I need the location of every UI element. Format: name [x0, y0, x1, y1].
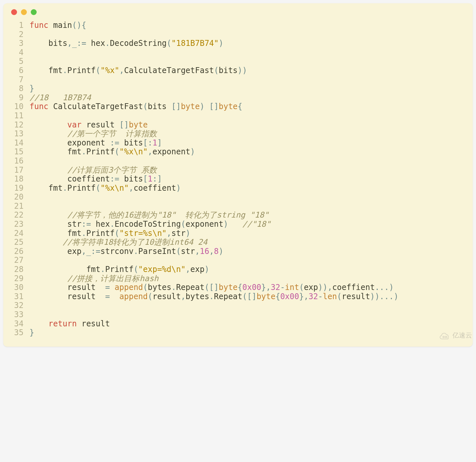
token-sl: ,: [129, 183, 133, 193]
token-ty: append: [119, 292, 148, 301]
token-kw: func: [29, 102, 48, 111]
code-card: 1func main(){2 3 bits,_:= hex.DecodeStri…: [3, 3, 473, 347]
code-line: [29, 30, 467, 39]
token-plain: [29, 292, 67, 301]
line-number: 34: [9, 319, 24, 329]
line-number: 32: [9, 301, 24, 310]
token-sl: ): [205, 265, 209, 274]
code-line: }: [29, 328, 467, 337]
token-id: fmt: [86, 265, 100, 274]
token-sl: (: [167, 39, 171, 48]
token-sl: :=: [110, 174, 119, 183]
code-line: [29, 48, 467, 57]
token-plain: [29, 220, 67, 229]
token-sl: ...): [375, 283, 394, 292]
token-sl: =: [105, 283, 110, 292]
token-id: hex: [86, 39, 105, 48]
token-sl: ,: [209, 247, 214, 256]
maximize-icon[interactable]: [31, 9, 37, 15]
token-sl: .: [172, 283, 176, 292]
line-number: 17: [9, 166, 24, 175]
token-sl: (: [176, 247, 181, 256]
token-id: result: [82, 120, 119, 129]
code-line: //将字符串18转化为了10进制int64 24: [29, 238, 467, 247]
line-number: 22: [9, 211, 24, 220]
token-sl: (: [72, 21, 77, 30]
token-num: 0x00: [280, 292, 299, 301]
code-block: 1func main(){2 3 bits,_:= hex.DecodeStri…: [9, 20, 467, 337]
token-plain: [29, 319, 48, 328]
token-sl: .: [63, 66, 67, 75]
token-id: coeffient: [332, 283, 375, 292]
token-str: "181B7B74": [171, 39, 219, 48]
token-sl: (: [115, 229, 119, 238]
token-sl: []: [119, 120, 129, 129]
code-line: [29, 202, 467, 211]
token-num: 1: [153, 138, 157, 147]
token-sl: {: [238, 102, 242, 111]
line-number: 26: [9, 247, 24, 256]
token-kw: return: [48, 319, 77, 328]
line-number: 6: [9, 66, 24, 75]
token-id: result: [77, 319, 110, 328]
token-id: bits: [219, 66, 238, 75]
line-number: 12: [9, 121, 24, 130]
token-id: Repeat: [176, 283, 205, 292]
token-ty: int: [285, 283, 299, 292]
token-plain: [29, 265, 86, 274]
token-id: exponent: [67, 138, 110, 147]
token-sl: []: [171, 102, 181, 111]
token-sl: .: [209, 292, 214, 301]
code-line: [29, 75, 467, 85]
token-ty: byte: [129, 120, 148, 129]
line-number: 8: [9, 84, 24, 93]
token-str: "str=%s\n": [119, 229, 167, 238]
token-id: main: [48, 21, 72, 30]
code-line: exp,_:=strconv.ParseInt(str,16,8): [29, 247, 467, 256]
close-icon[interactable]: [11, 9, 17, 15]
token-sl: ,_:=: [67, 39, 86, 48]
token-sl: ): [219, 247, 223, 256]
token-sl: (: [181, 220, 185, 229]
line-number: 20: [9, 193, 24, 202]
code-line: bits,_:= hex.DecodeString("181B7B74"): [29, 39, 467, 48]
token-id: DecodeString: [110, 39, 167, 48]
token-plain: [29, 39, 48, 48]
code-line: fmt.Printf("%x\n",exponent): [29, 147, 467, 157]
token-sl: (: [214, 66, 219, 75]
line-number: 7: [9, 75, 24, 85]
code-line: //将字节，他的16进制为"18" 转化为了string "18": [29, 211, 467, 220]
token-sl: (: [143, 283, 148, 292]
line-number: 30: [9, 283, 24, 292]
token-sl: },: [299, 292, 309, 301]
token-sl: (: [148, 292, 152, 301]
token-sl: )),: [318, 283, 332, 292]
token-sl: .: [105, 39, 110, 48]
token-kw: var: [67, 120, 82, 129]
token-id: coeffient: [67, 174, 110, 183]
token-plain: [29, 229, 67, 238]
token-sl: }: [29, 328, 34, 337]
token-sl: .: [101, 265, 105, 274]
token-plain: [29, 129, 67, 138]
token-plain: [29, 174, 67, 183]
token-id: CalculateTargetFast: [48, 102, 143, 111]
line-number: 1: [9, 21, 24, 30]
minimize-icon[interactable]: [21, 9, 27, 15]
token-id: result: [342, 292, 370, 301]
token-cm: //计算后面3个字节 系数: [67, 165, 157, 175]
token-sl: -: [280, 283, 285, 292]
token-id: fmt: [48, 183, 63, 193]
line-number: 25: [9, 238, 24, 247]
code-line: [29, 310, 467, 319]
svg-point-0: [443, 336, 445, 338]
line-number: 14: [9, 139, 24, 148]
token-id: Printf: [105, 265, 134, 274]
token-num: 8: [214, 247, 219, 256]
token-plain: [29, 120, 67, 129]
token-num: 16: [200, 247, 209, 256]
token-plain: [29, 247, 67, 256]
token-sl: ))...): [370, 292, 398, 301]
token-sl: ,: [181, 292, 185, 301]
token-str: "%x\n": [119, 147, 148, 156]
